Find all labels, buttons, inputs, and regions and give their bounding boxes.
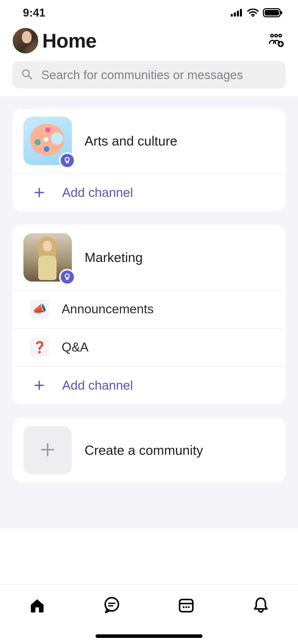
create-community-icon-button[interactable] — [267, 32, 285, 50]
create-community-label: Create a community — [85, 443, 203, 458]
svg-rect-2 — [237, 11, 239, 17]
community-name: Arts and culture — [85, 133, 177, 149]
tab-chat[interactable] — [97, 595, 127, 616]
page-title: Home — [42, 31, 263, 51]
channel-label: Announcements — [62, 302, 154, 316]
svg-rect-19 — [180, 599, 193, 612]
add-channel-label: Add channel — [62, 185, 133, 200]
content-scroll[interactable]: Arts and culture Add channel Marketing 📣… — [0, 96, 298, 529]
svg-point-4 — [252, 16, 254, 17]
community-card-marketing: Marketing 📣 Announcements ❓ Q&A Add chan… — [12, 225, 286, 404]
svg-rect-6 — [265, 10, 279, 16]
calendar-icon — [178, 597, 194, 614]
status-time: 9:41 — [23, 6, 45, 19]
svg-rect-0 — [231, 14, 233, 17]
add-channel-label: Add channel — [62, 378, 133, 393]
megaphone-icon: 📣 — [30, 300, 49, 318]
people-plus-icon — [268, 33, 284, 48]
palette-icon — [30, 124, 64, 155]
plus-icon — [33, 379, 46, 392]
tab-activity[interactable] — [246, 595, 276, 616]
tab-calendar[interactable] — [171, 595, 201, 616]
status-right — [231, 8, 283, 17]
svg-point-15 — [65, 274, 69, 278]
svg-point-23 — [188, 606, 190, 608]
home-icon — [29, 597, 46, 614]
search-icon — [21, 69, 33, 81]
home-indicator — [96, 634, 202, 638]
community-header-marketing[interactable]: Marketing — [12, 225, 286, 290]
bell-icon — [253, 597, 268, 614]
header: Home — [0, 25, 298, 61]
create-community-row[interactable]: Create a community — [12, 418, 286, 483]
search-container — [0, 61, 298, 96]
community-name: Marketing — [85, 250, 143, 265]
svg-line-13 — [29, 76, 32, 79]
svg-point-10 — [279, 34, 281, 37]
search-bar[interactable] — [12, 61, 286, 89]
create-community-card[interactable]: Create a community — [12, 418, 286, 483]
svg-rect-3 — [240, 9, 242, 17]
tab-bar — [0, 584, 298, 644]
community-tile-arts — [23, 117, 72, 165]
channel-announcements[interactable]: 📣 Announcements — [12, 290, 286, 328]
community-badge-icon — [59, 269, 75, 285]
battery-icon — [263, 8, 283, 17]
cellular-icon — [231, 9, 243, 17]
svg-rect-7 — [281, 11, 282, 14]
add-channel-arts[interactable]: Add channel — [12, 173, 286, 212]
community-badge-icon — [59, 152, 75, 169]
question-icon: ❓ — [30, 338, 49, 357]
create-community-tile — [23, 426, 72, 474]
svg-rect-1 — [234, 12, 236, 17]
channel-qa[interactable]: ❓ Q&A — [12, 328, 286, 366]
svg-point-8 — [271, 34, 273, 37]
community-tile-marketing — [23, 233, 72, 282]
plus-icon — [33, 186, 46, 199]
svg-point-21 — [183, 606, 185, 608]
svg-point-9 — [275, 34, 277, 37]
community-header-arts[interactable]: Arts and culture — [12, 108, 286, 173]
add-channel-marketing[interactable]: Add channel — [12, 366, 286, 404]
svg-point-14 — [65, 157, 69, 162]
wifi-icon — [247, 9, 259, 17]
avatar[interactable] — [13, 28, 38, 53]
svg-point-22 — [185, 606, 187, 608]
chat-icon — [103, 597, 120, 614]
channel-label: Q&A — [62, 340, 89, 355]
tab-home[interactable] — [22, 595, 52, 616]
svg-point-12 — [23, 70, 29, 77]
search-input[interactable] — [41, 68, 277, 82]
community-card-arts: Arts and culture Add channel — [12, 108, 286, 212]
plus-icon — [39, 441, 57, 460]
status-bar: 9:41 — [0, 0, 298, 25]
